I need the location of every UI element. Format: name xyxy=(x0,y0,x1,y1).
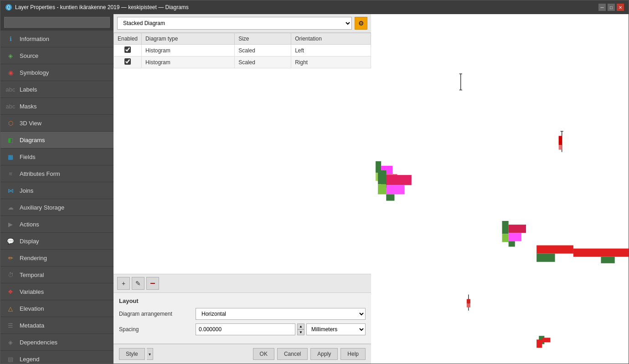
sidebar-label-auxiliary-storage: Auxiliary Storage xyxy=(20,204,64,211)
spacing-spinner: ▲ ▼ xyxy=(297,323,304,335)
svg-rect-22 xyxy=(502,234,509,242)
diagram-arrangement-label: Diagram arrangement xyxy=(119,311,192,317)
svg-rect-20 xyxy=(386,194,394,200)
diagrams-content-panel: Stacked DiagramHistogramPie ChartText Di… xyxy=(113,14,371,364)
spacing-unit-select[interactable]: MillimetersPixelsPoints xyxy=(306,323,366,335)
spacing-input-wrap: ▲ ▼ MillimetersPixelsPoints xyxy=(196,323,366,335)
col-header-enabled: Enabled xyxy=(114,33,142,45)
sidebar-icon-display: 💬 xyxy=(6,236,15,246)
sidebar-item-labels[interactable]: abc Labels xyxy=(0,81,113,98)
spacing-label: Spacing xyxy=(119,326,192,333)
row-0-orientation: Left xyxy=(291,45,371,56)
sidebar-icon-joins: ⋈ xyxy=(6,186,15,195)
layout-section: Layout Diagram arrangement HorizontalVer… xyxy=(113,293,371,344)
sidebar-item-temporal[interactable]: ⏱ Temporal xyxy=(0,267,113,283)
svg-rect-16 xyxy=(378,170,386,184)
sidebar-label-temporal: Temporal xyxy=(20,272,44,278)
sidebar-item-auxiliary-storage[interactable]: ☁ Auxiliary Storage xyxy=(0,199,113,216)
style-dropdown-button[interactable]: ▾ xyxy=(147,348,153,360)
svg-rect-26 xyxy=(536,245,573,253)
delete-diagram-button[interactable] xyxy=(146,277,159,290)
sidebar-item-source[interactable]: ◈ Source xyxy=(0,47,113,64)
sidebar-label-symbology: Symbology xyxy=(20,69,49,76)
diagrams-table: EnabledDiagram typeSizeOrientation Histo… xyxy=(113,33,371,68)
svg-rect-8 xyxy=(559,136,562,145)
sidebar-label-diagrams: Diagrams xyxy=(20,137,45,144)
svg-rect-17 xyxy=(378,184,386,194)
diagram-arrangement-row: Diagram arrangement HorizontalVerticalSt… xyxy=(119,308,366,320)
close-button[interactable]: ✕ xyxy=(617,4,624,11)
sidebar-item-3dview[interactable]: ⬡ 3D View xyxy=(0,115,113,132)
sidebar-item-display[interactable]: 💬 Display xyxy=(0,233,113,250)
sidebar-label-rendering: Rendering xyxy=(20,255,47,261)
map-visualization xyxy=(371,14,629,364)
sidebar-icon-3dview: ⬡ xyxy=(6,118,15,128)
sidebar-label-display: Display xyxy=(20,238,39,245)
sidebar-label-dependencies: Dependencies xyxy=(20,339,57,346)
svg-text:Q: Q xyxy=(7,5,10,10)
svg-rect-27 xyxy=(536,254,555,262)
sidebar-item-elevation[interactable]: △ Elevation xyxy=(0,300,113,317)
diagram-type-select[interactable]: Stacked DiagramHistogramPie ChartText Di… xyxy=(117,17,352,30)
spacing-increment-button[interactable]: ▲ xyxy=(297,323,304,329)
sidebar-item-masks[interactable]: abc Masks xyxy=(0,98,113,115)
sidebar-item-actions[interactable]: ▶ Actions xyxy=(0,216,113,233)
sidebar-item-joins[interactable]: ⋈ Joins xyxy=(0,182,113,199)
sidebar-label-3dview: 3D View xyxy=(20,120,41,127)
diagram-arrangement-select[interactable]: HorizontalVerticalStacked xyxy=(196,308,366,320)
titlebar: Q Layer Properties - kuntien ikärakenne … xyxy=(0,0,629,14)
sidebar-label-source: Source xyxy=(20,52,38,59)
svg-rect-34 xyxy=(573,249,629,257)
sidebar-item-fields[interactable]: ▦ Fields xyxy=(0,149,113,165)
sidebar-icon-diagrams: ◧ xyxy=(6,135,15,144)
spacing-decrement-button[interactable]: ▼ xyxy=(297,329,304,335)
layout-title: Layout xyxy=(119,297,366,304)
table-row: HistogramScaledLeft xyxy=(114,45,371,56)
ok-button[interactable]: OK xyxy=(253,348,274,360)
row-1-orientation: Right xyxy=(291,56,371,68)
sidebar-icon-legend: ▤ xyxy=(6,354,15,364)
sidebar-label-labels: Labels xyxy=(20,86,37,93)
svg-rect-25 xyxy=(509,241,515,246)
sidebar-item-symbology[interactable]: ◉ Symbology xyxy=(0,64,113,81)
row-1-enabled-checkbox[interactable] xyxy=(124,58,131,65)
sidebar-icon-elevation: △ xyxy=(6,304,15,313)
diagram-settings-button[interactable]: ⚙ xyxy=(355,17,367,30)
cancel-button[interactable]: Cancel xyxy=(277,348,308,360)
search-input[interactable] xyxy=(4,17,110,28)
sidebar-icon-masks: abc xyxy=(6,102,15,111)
sidebar-item-dependencies[interactable]: ◈ Dependencies xyxy=(0,334,113,351)
apply-button[interactable]: Apply xyxy=(310,348,338,360)
svg-rect-32 xyxy=(536,339,542,348)
sidebar-item-attributes-form[interactable]: ≡ Attributes Form xyxy=(0,165,113,182)
sidebar-item-diagrams[interactable]: ◧ Diagrams xyxy=(0,132,113,149)
sidebar-icon-rendering: ✏ xyxy=(6,253,15,262)
edit-diagram-button[interactable]: ✎ xyxy=(132,277,144,290)
svg-rect-33 xyxy=(542,338,550,342)
row-0-enabled-cell xyxy=(114,45,142,56)
sidebar-label-metadata: Metadata xyxy=(20,322,44,329)
sidebar: ℹ Information ◈ Source ◉ Symbology abc L… xyxy=(0,14,113,364)
sidebar-label-legend: Legend xyxy=(20,356,39,363)
sidebar-icon-fields: ▦ xyxy=(6,152,15,161)
sidebar-item-rendering[interactable]: ✏ Rendering xyxy=(0,250,113,267)
svg-rect-2 xyxy=(150,283,155,284)
sidebar-item-metadata[interactable]: ☰ Metadata xyxy=(0,317,113,334)
sidebar-item-information[interactable]: ℹ Information xyxy=(0,31,113,47)
row-0-enabled-checkbox[interactable] xyxy=(124,46,131,53)
sidebar-item-variables[interactable]: ❖ Variables xyxy=(0,283,113,300)
table-actions: + ✎ xyxy=(113,274,371,293)
search-box xyxy=(0,14,113,31)
add-diagram-button[interactable]: + xyxy=(117,277,130,290)
svg-rect-29 xyxy=(467,299,470,304)
sidebar-item-legend[interactable]: ▤ Legend xyxy=(0,351,113,364)
spacing-input[interactable] xyxy=(196,323,295,335)
help-button[interactable]: Help xyxy=(340,348,366,360)
minimize-button[interactable]: ─ xyxy=(598,4,606,11)
diagrams-toolbar: Stacked DiagramHistogramPie ChartText Di… xyxy=(113,14,371,33)
maximize-button[interactable]: □ xyxy=(608,4,615,11)
sidebar-label-masks: Masks xyxy=(20,103,37,110)
sidebar-icon-symbology: ◉ xyxy=(6,68,15,77)
style-button[interactable]: Style xyxy=(119,348,145,360)
row-1-size: Scaled xyxy=(235,56,291,68)
